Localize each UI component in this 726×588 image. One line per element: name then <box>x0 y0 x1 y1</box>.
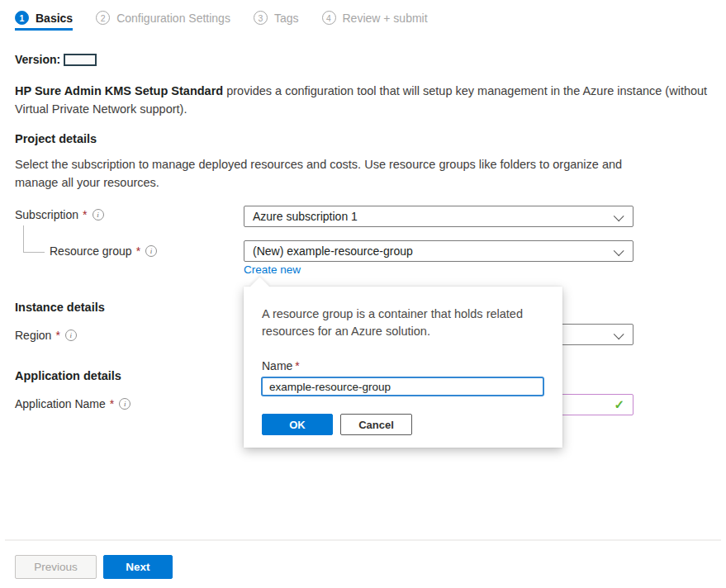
offer-description: HP Sure Admin KMS Setup Standard provide… <box>15 82 719 118</box>
next-button[interactable]: Next <box>103 555 173 579</box>
tab-tags-label: Tags <box>274 12 299 25</box>
tab-basics[interactable]: 1 Basics <box>15 11 73 31</box>
create-new-link[interactable]: Create new <box>244 263 301 276</box>
resource-group-connector-line <box>23 225 45 253</box>
application-name-label-row: Application Name * i <box>15 397 130 410</box>
info-icon[interactable]: i <box>145 245 157 257</box>
step-4-badge: 4 <box>322 11 336 25</box>
tab-review-submit[interactable]: 4 Review + submit <box>322 11 428 31</box>
version-label: Version: <box>15 53 60 66</box>
offer-name: HP Sure Admin KMS Setup Standard <box>15 84 223 97</box>
tab-tags[interactable]: 3 Tags <box>254 11 299 31</box>
project-details-heading: Project details <box>15 132 97 145</box>
application-details-heading: Application details <box>15 369 121 382</box>
create-resource-group-popup: A resource group is a container that hol… <box>244 287 562 448</box>
project-details-description: Select the subscription to manage deploy… <box>15 155 633 192</box>
chevron-down-icon <box>614 245 624 256</box>
ok-button[interactable]: OK <box>262 414 333 435</box>
popup-buttons: OK Cancel <box>262 414 412 435</box>
subscription-value: Azure subscription 1 <box>253 210 358 223</box>
resource-group-label-row: Resource group * i <box>50 244 157 258</box>
resource-group-value: (New) example-resource-group <box>253 244 413 258</box>
previous-button[interactable]: Previous <box>15 555 97 579</box>
instance-details-heading: Instance details <box>15 301 105 314</box>
info-icon[interactable]: i <box>65 330 77 341</box>
resource-group-dropdown[interactable]: (New) example-resource-group <box>244 240 633 262</box>
subscription-label-row: Subscription * i <box>15 208 104 221</box>
required-marker: * <box>295 359 299 372</box>
resource-group-name-input[interactable] <box>261 377 544 396</box>
application-name-label: Application Name <box>15 397 106 410</box>
required-marker: * <box>136 244 140 258</box>
version-value-box <box>64 54 97 66</box>
info-icon[interactable]: i <box>119 398 130 410</box>
subscription-label: Subscription <box>15 208 78 221</box>
valid-check-icon: ✓ <box>614 397 624 412</box>
popup-name-label-row: Name * <box>262 359 300 372</box>
cancel-button[interactable]: Cancel <box>340 414 412 435</box>
required-marker: * <box>55 329 59 342</box>
step-1-badge: 1 <box>15 11 29 25</box>
tab-basics-label: Basics <box>36 12 73 25</box>
tab-review-submit-label: Review + submit <box>343 12 428 25</box>
required-marker: * <box>110 397 114 410</box>
popup-name-label: Name <box>262 359 292 372</box>
region-label-row: Region * i <box>15 329 77 342</box>
popup-description: A resource group is a container that hol… <box>262 306 551 340</box>
footer-divider <box>5 539 721 541</box>
info-icon[interactable]: i <box>93 209 104 220</box>
tab-configuration-settings-label: Configuration Settings <box>116 12 230 25</box>
azure-create-wizard-basics-page: 1 Basics 2 Configuration Settings 3 Tags… <box>0 0 726 588</box>
required-marker: * <box>83 208 87 221</box>
tab-configuration-settings[interactable]: 2 Configuration Settings <box>96 11 230 31</box>
step-2-badge: 2 <box>96 11 110 25</box>
chevron-down-icon <box>614 211 624 221</box>
subscription-dropdown[interactable]: Azure subscription 1 <box>244 206 633 227</box>
wizard-step-tabs: 1 Basics 2 Configuration Settings 3 Tags… <box>15 11 428 31</box>
chevron-down-icon <box>614 329 624 339</box>
version-row: Version: <box>15 53 97 66</box>
step-3-badge: 3 <box>254 11 268 25</box>
resource-group-label: Resource group <box>50 244 132 258</box>
region-label: Region <box>15 329 51 342</box>
